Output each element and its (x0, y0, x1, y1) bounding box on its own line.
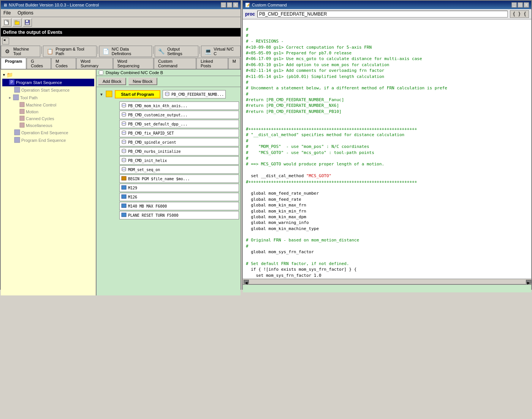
tree-item-label: Program Start Sequence (16, 80, 62, 85)
expand-tool-path: ► (2, 96, 12, 100)
tab-word-sequencing[interactable]: Word Sequencing (113, 58, 154, 69)
tree-item-canned-cycles[interactable]: Canned Cycles (2, 115, 94, 122)
command-item-2[interactable]: PB_CMD_customize_output... (119, 111, 239, 119)
tree-item-op-start[interactable]: Operation Start Sequence (2, 86, 94, 94)
tab-custom-command[interactable]: Custom Command (154, 58, 196, 69)
tree-item-tool-path[interactable]: ► Tool Path (2, 94, 94, 102)
command-item-10[interactable]: M129 (119, 184, 239, 192)
command-item-7[interactable]: PB_CMD_init_helix (119, 156, 239, 165)
program-tool-path-icon: 📋 (46, 47, 54, 56)
virtual-nc-tab[interactable]: 💻 Virtual N/C C (201, 46, 241, 57)
prog-end-icon (14, 137, 20, 144)
tree-item-miscellaneous-label: Miscellaneous (26, 123, 52, 128)
cmd-label-1: PB_CMD_mom_kin_4th_axis... (128, 104, 188, 108)
h-scrollbar-left[interactable]: ◄ (244, 280, 249, 284)
tree-item-miscellaneous[interactable]: Miscellaneous (2, 122, 94, 129)
command-item-8[interactable]: MOM_set_seq_on (119, 165, 239, 174)
divider-2 (98, 46, 98, 54)
file-menu[interactable]: File (2, 10, 12, 16)
right-window: 📝 Custom Command _ □ × proc { } { # # # … (242, 0, 532, 290)
tree-item-op-end[interactable]: Operation End Sequence (2, 129, 94, 136)
first-command-item[interactable]: PB_CMD_FEEDRATE_NUMB... (163, 90, 226, 98)
miscellaneous-icon (19, 122, 25, 129)
command-item-9[interactable]: BEGIN PGM $file_name $mo... (119, 175, 239, 183)
save-button[interactable] (23, 18, 32, 27)
combined-code-bar: Display Combined N/C Code B (97, 70, 241, 76)
command-item-11[interactable]: M126 (119, 193, 239, 201)
left-window-title: NX/Post Builder Version 10.0.3 - License… (9, 3, 99, 7)
tab-mcodes[interactable]: M Codes (51, 58, 76, 69)
right-window-icon: 📝 (245, 3, 250, 8)
tree-item-motion[interactable]: Motion (2, 108, 94, 115)
right-minimize-button[interactable]: _ (511, 2, 517, 8)
svg-text:P: P (11, 80, 13, 84)
tab-linked-posts[interactable]: Linked Posts (196, 58, 228, 69)
add-block-button[interactable]: Add Block (98, 78, 126, 85)
svg-rect-12 (20, 102, 24, 107)
h-scrollbar[interactable]: ◄ ► (243, 279, 531, 284)
close-button[interactable]: × (233, 2, 238, 8)
machine-tool-icon: ⚙ (3, 47, 12, 56)
cmd-label-6: PB_CMD_nurbs_initialize (128, 149, 180, 154)
sop-label[interactable]: Start of Program (115, 90, 160, 98)
left-title-bar: 🖥 NX/Post Builder Version 10.0.3 - Licen… (1, 1, 241, 9)
tree-expand-icon: ▼ (2, 73, 6, 77)
left-window: 🖥 NX/Post Builder Version 10.0.3 - Licen… (0, 0, 241, 290)
tree-item-prog-end[interactable]: Program End Sequence (2, 136, 94, 144)
right-close-button[interactable]: × (524, 2, 529, 8)
tab-gcodes[interactable]: G Codes (27, 58, 51, 69)
divider-3 (153, 46, 154, 54)
program-tool-path-tab[interactable]: 📋 Program & Tool Path (43, 46, 97, 57)
proc-header: proc { } { (243, 9, 531, 19)
back-button[interactable]: ◄ (2, 38, 9, 44)
svg-rect-18 (106, 91, 112, 97)
menu-bar: File Options (1, 9, 241, 17)
command-item-6[interactable]: PB_CMD_nurbs_initialize (119, 147, 239, 156)
command-item-5[interactable]: PB_CMD_spindle_orient (119, 138, 239, 146)
h-scrollbar-right[interactable]: ► (526, 280, 531, 284)
svg-rect-13 (20, 109, 24, 114)
sop-block-icon (106, 90, 112, 98)
cmd-icon-13 (121, 213, 127, 218)
braces-button[interactable]: { } { (510, 10, 529, 18)
options-menu[interactable]: Options (16, 10, 34, 16)
svg-rect-32 (122, 213, 126, 217)
open-button[interactable] (13, 18, 22, 27)
virtual-nc-icon: 💻 (204, 47, 212, 56)
command-item-13[interactable]: PLANE RESET TURN F5000 (119, 211, 239, 219)
right-title-bar: 📝 Custom Command _ □ × (243, 1, 531, 9)
tree-item-machine-control[interactable]: Machine Control (2, 102, 94, 108)
tab-word-summary[interactable]: Word Summary (76, 58, 113, 69)
code-editor[interactable]: # # # - REVISIONS - #<10-09-08 gs1> Corr… (243, 19, 531, 279)
svg-rect-14 (20, 116, 24, 121)
minimize-button[interactable]: _ (221, 2, 226, 8)
command-item-1[interactable]: PB_CMD_mom_kin_4th_axis... (119, 102, 239, 110)
new-block-button[interactable]: New Block (128, 78, 157, 85)
tree-item-program-start[interactable]: P Program Start Sequence (2, 79, 94, 86)
command-item-12[interactable]: M140 MB MAX F6000 (119, 202, 239, 210)
maximize-button[interactable]: □ (227, 2, 232, 8)
command-item-4[interactable]: PB_CMD_fix_RAPID_SET (119, 129, 239, 137)
proc-name-input[interactable] (257, 11, 508, 17)
machine-control-icon (19, 102, 25, 108)
blocks-toolbar: Add Block New Block (97, 76, 241, 87)
cmd-label-10: M129 (128, 186, 137, 190)
combined-code-checkbox[interactable] (99, 70, 103, 75)
tool-path-icon (13, 94, 19, 101)
nc-data-tab[interactable]: 📄 N/C Data Definitions (99, 46, 152, 57)
program-tool-path-label: Program & Tool Path (55, 47, 94, 56)
command-item-3[interactable]: PB_CMD_set_default_dpp_... (119, 120, 239, 128)
svg-rect-17 (14, 137, 20, 143)
sop-expand-icon[interactable]: ▼ (100, 92, 103, 97)
cmd-label-4: PB_CMD_fix_RAPID_SET (128, 131, 174, 135)
svg-rect-15 (20, 123, 24, 127)
cmd-icon-11 (121, 194, 127, 200)
tab-program[interactable]: Program (1, 58, 26, 69)
new-button[interactable] (2, 18, 11, 27)
output-settings-tab[interactable]: 🔧 Output Settings (155, 46, 198, 57)
right-maximize-button[interactable]: □ (518, 2, 523, 8)
machine-tool-label: Machine Tool (13, 47, 38, 56)
tab-more[interactable]: M (228, 58, 240, 69)
svg-rect-4 (15, 21, 17, 22)
machine-tool-tab[interactable]: ⚙ Machine Tool (1, 46, 40, 57)
